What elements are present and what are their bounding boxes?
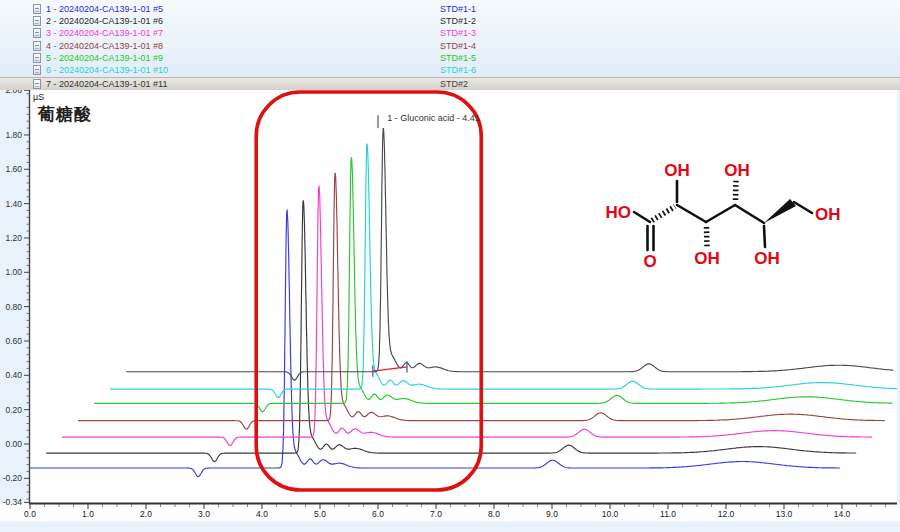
bond-ho-c1	[634, 212, 650, 222]
hashed-bond-c3-oh	[707, 227, 708, 247]
standard-name: STD#1-2	[440, 15, 476, 27]
chromatogram-file-icon	[33, 4, 41, 14]
injection-name: 2 - 20240204-CA139-1-01 #6	[46, 15, 163, 27]
x-tick-label: 11.0	[660, 509, 676, 519]
x-tick-label: 9.0	[546, 509, 558, 519]
chromatogram-file-icon	[33, 41, 41, 51]
peak-annotation-label: 1 - Gluconic acid - 4.41	[387, 113, 480, 123]
x-tick-label: 14.0	[834, 509, 851, 519]
label-o: O	[643, 252, 656, 271]
x-tick-label: 1.0	[82, 509, 94, 519]
x-tick-label: 13.0	[776, 509, 793, 519]
y-tick-label: -0.20	[3, 473, 23, 483]
chromatogram-file-icon	[33, 53, 41, 63]
label-oh5: OH	[754, 249, 780, 268]
chromatogram-file-icon	[33, 28, 41, 38]
injection-legend: 1 - 20240204-CA139-1-01 #5STD#1-12 - 202…	[0, 0, 900, 90]
label-oh2: OH	[664, 161, 690, 180]
x-tick-label: 7.0	[430, 509, 442, 519]
legend-row-3[interactable]: 3 - 20240204-CA139-1-01 #7STD#1-3	[0, 27, 900, 39]
x-tick-label: 8.0	[488, 509, 500, 519]
y-tick-label: 1.40	[5, 199, 22, 209]
hashed-bond-c1-c2	[652, 207, 675, 221]
chromatogram-file-icon	[33, 79, 41, 89]
y-tick-label: 0.40	[5, 370, 22, 380]
x-tick-label: 3.0	[198, 509, 210, 519]
y-tick-label: 1.20	[5, 233, 22, 243]
injection-name: 5 - 20240204-CA139-1-01 #9	[46, 52, 163, 64]
bond-c2-c3	[677, 205, 706, 222]
wedge-bond-c5-c6	[764, 199, 796, 223]
y-tick-label: 0.20	[5, 405, 22, 415]
legend-row-7[interactable]: 7 - 20240204-CA139-1-01 #11STD#2	[0, 77, 900, 91]
y-tick-label: 1.60	[5, 164, 22, 174]
standard-name: STD#1-5	[440, 52, 476, 64]
standard-name: STD#1-3	[440, 27, 476, 39]
legend-row-6[interactable]: 6 - 20240204-CA139-1-01 #10STD#1-6	[0, 64, 900, 76]
x-tick-label: 10.0	[602, 509, 619, 519]
label-oh4: OH	[724, 161, 750, 180]
legend-row-2[interactable]: 2 - 20240204-CA139-1-01 #6STD#1-2	[0, 15, 900, 27]
y-tick-label: 0.80	[5, 302, 22, 312]
x-tick-label: 5.0	[314, 509, 326, 519]
x-tick-label: 4.0	[256, 509, 268, 519]
x-tick-label: 12.0	[718, 509, 735, 519]
standard-name: STD#2	[440, 78, 468, 91]
gluconic-acid-structure: HO O OH OH OH OH OH	[598, 150, 868, 285]
injection-name: 6 - 20240204-CA139-1-01 #10	[46, 64, 168, 76]
label-oh3: OH	[694, 249, 720, 268]
standard-name: STD#1-1	[440, 3, 476, 15]
y-tick-label: -0.34	[3, 497, 23, 507]
legend-row-1[interactable]: 1 - 20240204-CA139-1-01 #5STD#1-1	[0, 3, 900, 15]
standard-name: STD#1-4	[440, 40, 476, 52]
injection-name: 4 - 20240204-CA139-1-01 #8	[46, 40, 163, 52]
injection-name: 7 - 20240204-CA139-1-01 #11	[46, 78, 167, 91]
legend-row-5[interactable]: 5 - 20240204-CA139-1-01 #9STD#1-5	[0, 52, 900, 64]
standard-name: STD#1-6	[440, 64, 476, 76]
chromatogram-file-icon	[33, 65, 41, 75]
x-tick-label: 0.0	[24, 509, 36, 519]
x-tick-label: 2.0	[140, 509, 152, 519]
chromatography-view: 1 - 20240204-CA139-1-01 #5STD#1-12 - 202…	[0, 0, 900, 532]
hashed-bond-c4-oh	[736, 180, 737, 200]
bond-c6-oh	[794, 202, 812, 213]
x-tick-label: 6.0	[372, 509, 384, 519]
x-label-strip	[0, 504, 900, 522]
bond-c3-c4	[706, 205, 735, 222]
y-tick-label: 1.80	[5, 130, 22, 140]
analyte-name-cn: 葡糖酸	[38, 103, 92, 126]
label-oh6: OH	[815, 205, 841, 224]
y-tick-label: 0.00	[5, 439, 22, 449]
legend-row-4[interactable]: 4 - 20240204-CA139-1-01 #8STD#1-4	[0, 40, 900, 52]
chromatogram-file-icon	[33, 16, 41, 26]
injection-name: 3 - 20240204-CA139-1-01 #7	[46, 27, 163, 39]
y-axis-unit: µS	[33, 92, 44, 102]
injection-name: 1 - 20240204-CA139-1-01 #5	[46, 3, 163, 15]
y-tick-label: 0.60	[5, 336, 22, 346]
y-tick-label: 1.00	[5, 267, 22, 277]
bond-c4-c5	[735, 205, 764, 223]
label-ho: HO	[606, 203, 632, 222]
bond-c5-oh	[764, 226, 765, 247]
